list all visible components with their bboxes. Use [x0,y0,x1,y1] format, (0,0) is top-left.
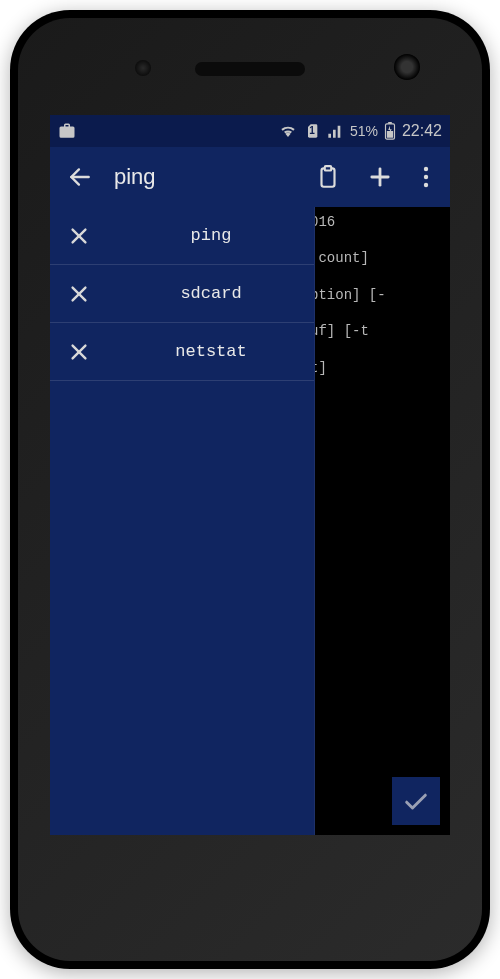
phone-speaker [195,62,305,76]
session-label: netstat [108,342,314,361]
wifi-icon [278,123,298,139]
session-close-button[interactable] [50,323,108,381]
clock: 22:42 [402,122,442,140]
phone-camera [394,54,420,80]
check-icon [402,787,430,815]
confirm-button[interactable] [392,777,440,825]
sim-icon: 1 [304,122,320,140]
overflow-menu-button[interactable] [410,155,442,199]
clipboard-icon [315,164,341,190]
battery-percent: 51% [350,123,378,139]
sim-number: 1 [304,125,320,136]
session-row[interactable]: sdcard [50,265,314,323]
svg-rect-5 [325,166,332,170]
session-close-button[interactable] [50,207,108,265]
paste-button[interactable] [306,155,350,199]
phone-frame: 1 51% 22:42 ping [10,10,490,969]
svg-point-8 [424,167,428,171]
sessions-drawer: pingsdcardnetstat [50,207,315,835]
session-close-button[interactable] [50,265,108,323]
signal-icon [326,123,344,139]
more-vert-icon [423,166,429,188]
session-label: ping [108,226,314,245]
svg-rect-1 [388,122,392,124]
action-bar-title: ping [114,164,156,190]
session-label: sdcard [108,284,314,303]
svg-point-10 [424,183,428,187]
action-bar: ping [50,147,450,207]
session-row[interactable]: netstat [50,323,314,381]
phone-sensor [135,60,151,76]
session-row[interactable]: ping [50,207,314,265]
status-bar: 1 51% 22:42 [50,115,450,147]
svg-point-9 [424,175,428,179]
content-area: 3:00 2016 V] [-c count] disc_option] [- … [50,207,450,835]
arrow-left-icon [67,164,93,190]
battery-icon [384,122,396,140]
add-button[interactable] [358,155,402,199]
close-icon [68,341,90,363]
plus-icon [366,163,394,191]
close-icon [68,283,90,305]
screen: 1 51% 22:42 ping [50,115,450,835]
store-icon [58,122,76,140]
back-button[interactable] [58,155,102,199]
close-icon [68,225,90,247]
